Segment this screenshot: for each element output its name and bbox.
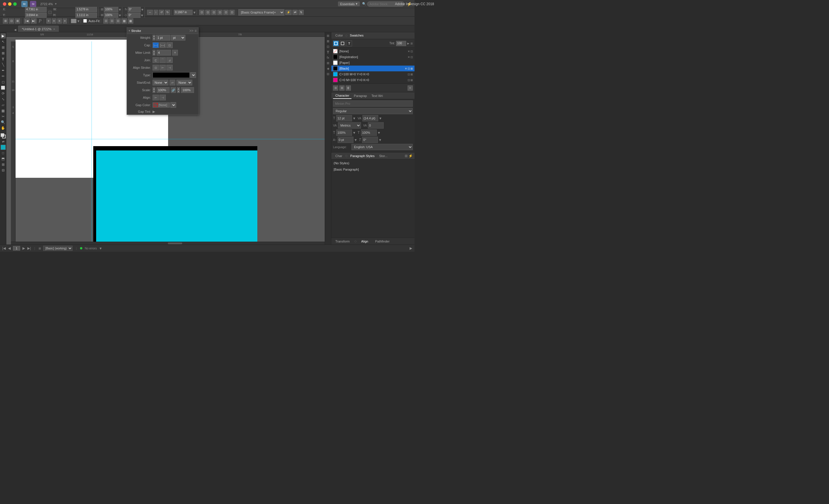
- end-select[interactable]: None: [176, 80, 192, 85]
- gap-tint-arrow[interactable]: ▶: [152, 110, 155, 114]
- align2-left-btn[interactable]: ⊢: [152, 94, 159, 101]
- align-icon-strip[interactable]: ⊞: [326, 61, 330, 65]
- align2-right-btn[interactable]: ⊣: [159, 94, 166, 101]
- frame-fit-btn5[interactable]: ▦: [128, 18, 133, 24]
- new-swatch-btn[interactable]: ⊞: [333, 85, 338, 91]
- scale2-input[interactable]: [181, 87, 194, 93]
- frame-fit-btn4[interactable]: ▦: [121, 18, 127, 24]
- chain-constraint-icon[interactable]: ⊡: [48, 9, 52, 15]
- prev-frame-btn[interactable]: |◀: [24, 18, 30, 24]
- next-page-btn[interactable]: ▶: [23, 246, 25, 250]
- swatch-delete-none[interactable]: ✕: [407, 50, 410, 53]
- flip-h-btn[interactable]: ↔: [147, 10, 153, 15]
- status-arrow-btn[interactable]: ▶: [409, 246, 412, 250]
- down-arrow-scale[interactable]: ▾: [119, 7, 121, 12]
- spacing-dropdown[interactable]: ▾: [193, 10, 195, 15]
- content-btn2[interactable]: ⊡: [9, 18, 14, 24]
- shear-dropdown[interactable]: ▾: [141, 13, 143, 17]
- gradient-tool[interactable]: ▦: [1, 108, 6, 113]
- angle-input[interactable]: [128, 7, 141, 12]
- no-styles-row[interactable]: (No Styles): [331, 160, 414, 166]
- swatch-none[interactable]: [None] ✕ ⊡: [331, 48, 414, 54]
- start-select[interactable]: None: [152, 80, 168, 85]
- stroke-menu-btn[interactable]: ≡: [194, 29, 196, 33]
- stroke-icon-strip[interactable]: ⊡: [326, 44, 330, 49]
- h-input[interactable]: [75, 13, 97, 18]
- align-br-btn[interactable]: ⊡: [229, 10, 235, 15]
- pencil-tool[interactable]: ✏: [1, 74, 6, 79]
- skew-input[interactable]: [362, 137, 378, 143]
- align-center-btn[interactable]: ⊡: [152, 65, 159, 71]
- stroke-collapse-icon[interactable]: ▾: [129, 29, 130, 32]
- stroke-panel-header[interactable]: ▾ Stroke >> ≡: [127, 28, 198, 34]
- align-justify-btn[interactable]: ≡: [63, 18, 67, 24]
- swap-fill-stroke[interactable]: ⇄: [1, 139, 6, 144]
- prev-page-btn[interactable]: ◀: [8, 246, 11, 250]
- scale-v-dropdown[interactable]: ▾: [378, 130, 380, 135]
- stroke-type-select[interactable]: ▾: [190, 72, 196, 78]
- bridge-icon[interactable]: Br: [21, 1, 28, 7]
- weight-unit-select[interactable]: pt: [171, 35, 185, 41]
- delete-swatch-btn[interactable]: 🗑: [346, 85, 351, 91]
- miter-clear-btn[interactable]: ×: [172, 50, 178, 55]
- align-tab[interactable]: Align: [359, 238, 370, 244]
- align-bc-btn[interactable]: ⊡: [223, 10, 228, 15]
- essentials-button[interactable]: Essentials ▾: [338, 1, 360, 6]
- frame-fit-btn1[interactable]: ⊡: [103, 18, 109, 24]
- align-tc-btn[interactable]: ⊡: [205, 10, 210, 15]
- miter-input[interactable]: [156, 50, 171, 55]
- align-left-btn[interactable]: ≡: [46, 18, 51, 24]
- language-select[interactable]: English: USA: [352, 144, 413, 150]
- fullscreen-button[interactable]: [13, 2, 17, 6]
- shear-input[interactable]: [128, 13, 141, 18]
- tint-input[interactable]: [396, 41, 406, 46]
- apply-color-btn[interactable]: □: [1, 150, 6, 156]
- new-group-btn[interactable]: ⊠: [339, 85, 345, 91]
- swap-ends-btn[interactable]: ⇄: [170, 80, 175, 85]
- cyan-fill-element[interactable]: [96, 150, 257, 244]
- swatch-type-magenta[interactable]: ⊠: [410, 79, 413, 82]
- rect-tool[interactable]: ⬜: [1, 85, 6, 90]
- w-input[interactable]: [75, 7, 97, 12]
- page-number-input[interactable]: [13, 246, 20, 250]
- arrows-btn[interactable]: ⇄: [292, 10, 298, 15]
- normal-mode-btn[interactable]: ⊞: [1, 162, 6, 167]
- scale-w-input[interactable]: [104, 7, 118, 12]
- swatch-type-cyan[interactable]: ⊠: [410, 73, 413, 76]
- weight-up-btn[interactable]: ▲: [152, 35, 155, 38]
- miter-up-btn[interactable]: ▲: [152, 50, 155, 53]
- last-page-btn[interactable]: ▶|: [27, 246, 31, 250]
- leading-dropdown[interactable]: ▾: [380, 116, 382, 120]
- tracking-input[interactable]: [368, 122, 384, 128]
- down-arrow-scale-h[interactable]: ▾: [119, 13, 121, 17]
- swatch-options-btn[interactable]: ≡: [407, 85, 413, 91]
- type-tool[interactable]: T: [1, 56, 6, 62]
- gap-tool[interactable]: ⊠: [1, 51, 6, 56]
- swatch-cyan[interactable]: C=100 M=0 Y=0 K=0 ⊡ ⊠: [331, 71, 414, 77]
- leading-input[interactable]: [362, 115, 378, 121]
- frame-fit-btn2[interactable]: ⊡: [109, 18, 115, 24]
- links-icon[interactable]: ⊠: [326, 39, 330, 43]
- scale2-up-btn[interactable]: ▲: [177, 87, 180, 90]
- line-tool[interactable]: ╲: [1, 62, 6, 67]
- text-mode-icon[interactable]: T: [346, 41, 352, 46]
- gap-color-swatch[interactable]: [None]: [152, 103, 170, 108]
- baseline-input[interactable]: [338, 137, 354, 143]
- shear-tool[interactable]: ▱: [1, 103, 6, 108]
- angle-dropdown[interactable]: ▾: [141, 7, 143, 12]
- round-join-btn[interactable]: ⌒: [159, 57, 166, 63]
- swatch-delete-black[interactable]: ✕: [405, 67, 407, 70]
- content-btn3[interactable]: ⊠: [15, 18, 20, 24]
- next-frame-btn[interactable]: ▶|: [31, 18, 37, 24]
- y-input[interactable]: [25, 13, 47, 18]
- align-outside-btn[interactable]: ⊣: [167, 65, 173, 71]
- story-styles-tab[interactable]: Stor...: [377, 152, 390, 159]
- lock-scale-btn[interactable]: 🔗: [171, 87, 176, 93]
- color-tab[interactable]: Color: [334, 34, 345, 37]
- para-lightning-btn[interactable]: ⚡: [408, 154, 413, 158]
- style-select[interactable]: [Basic] (working): [43, 246, 73, 251]
- fill-color-swatch[interactable]: [71, 19, 77, 23]
- swatch-magenta[interactable]: C=0 M=100 Y=0 K=0 ⊡ ⊠: [331, 77, 414, 83]
- baseline-dropdown[interactable]: ▾: [355, 138, 357, 142]
- kerning-select[interactable]: Metrics: [338, 122, 361, 128]
